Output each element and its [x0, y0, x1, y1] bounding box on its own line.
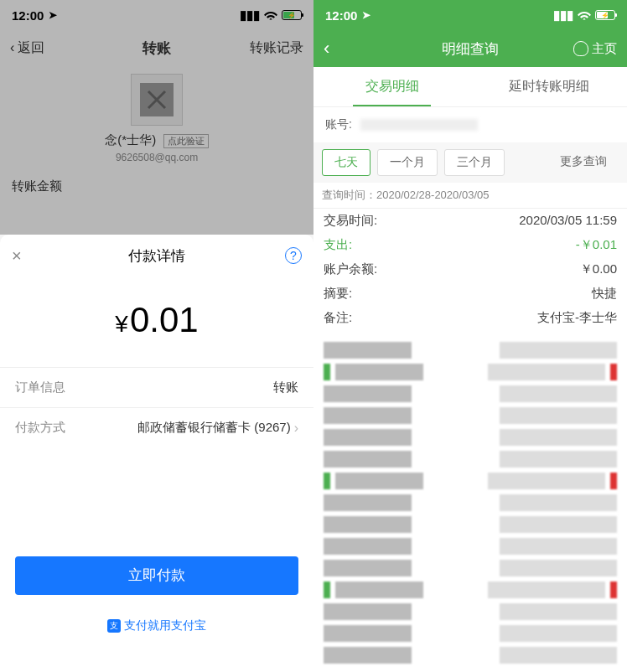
- status-time: 12:00: [325, 8, 357, 23]
- redacted-transactions: [314, 330, 627, 672]
- status-icons: ▮▮▮ ⚡: [553, 8, 615, 23]
- range-seven-days[interactable]: 七天: [322, 149, 370, 176]
- verify-button[interactable]: 点此验证: [163, 134, 209, 148]
- transfer-nav: ‹ 返回 转账 转账记录: [0, 30, 314, 65]
- payment-amount: ¥0.01: [0, 277, 314, 367]
- range-more[interactable]: 更多查询: [548, 149, 619, 176]
- tab-delayed-transfer[interactable]: 延时转账明细: [470, 67, 627, 106]
- transfer-records-link[interactable]: 转账记录: [250, 39, 303, 57]
- payment-sheet: × 付款详情 ? ¥0.01 订单信息 转账 付款方式 邮政储蓄银行储蓄卡 (9…: [0, 235, 314, 672]
- page-title: 明细查询: [442, 39, 499, 59]
- query-time-label: 查询时间：: [322, 189, 376, 201]
- headset-icon: [573, 41, 588, 56]
- signal-icon: ▮▮▮: [240, 8, 260, 23]
- order-info-label: 订单信息: [15, 380, 65, 395]
- recipient-profile: 念(*士华) 点此验证 9626508@qq.com: [0, 65, 314, 170]
- back-label: 返回: [18, 39, 44, 57]
- page-title: 转账: [142, 39, 171, 58]
- transaction-detail-block: 交易时间:2020/03/05 11:59 支出:-￥0.01 账户余额:￥0.…: [314, 209, 627, 330]
- status-time: 12:00: [12, 8, 44, 23]
- balance-value: ￥0.00: [580, 261, 617, 277]
- order-info-row: 订单信息 转账: [0, 367, 314, 407]
- sheet-title: 付款详情: [128, 246, 185, 266]
- tabs: 交易明细 延时转账明细: [314, 67, 627, 107]
- balance-label: 账户余额:: [324, 261, 377, 277]
- expense-value: -￥0.01: [576, 237, 617, 253]
- alipay-logo-icon: 支: [107, 619, 121, 633]
- alipay-promo-link[interactable]: 支 支付就用支付宝: [0, 618, 314, 633]
- payment-method-value: 邮政储蓄银行储蓄卡 (9267): [137, 420, 291, 436]
- back-button[interactable]: ‹ 返回: [10, 39, 44, 57]
- battery-icon: ⚡: [282, 10, 302, 20]
- status-bar: 12:00 ➤ ▮▮▮ ⚡: [0, 0, 314, 30]
- amount-label: 转账金额: [0, 170, 314, 199]
- date-range-bar: 七天 一个月 三个月 更多查询: [314, 142, 627, 183]
- status-bar: 12:00 ➤ ▮▮▮ ⚡: [314, 0, 627, 30]
- query-time-row: 查询时间：2020/02/28-2020/03/05: [314, 183, 627, 209]
- chevron-right-icon: ›: [294, 421, 298, 436]
- recipient-name: 念(*士华): [105, 132, 156, 148]
- home-label: 主页: [592, 41, 617, 57]
- alipay-promo-label: 支付就用支付宝: [124, 618, 206, 633]
- home-button[interactable]: 主页: [573, 41, 617, 57]
- pay-now-button[interactable]: 立即付款: [15, 556, 298, 595]
- account-number-redacted: [360, 119, 478, 131]
- tx-time-value: 2020/03/05 11:59: [519, 213, 617, 229]
- summary-label: 摘要:: [324, 286, 352, 302]
- range-three-months[interactable]: 三个月: [444, 149, 505, 176]
- avatar[interactable]: [131, 74, 183, 126]
- back-button[interactable]: ‹: [324, 38, 329, 59]
- tab-transaction-detail[interactable]: 交易明细: [314, 67, 470, 106]
- chevron-left-icon: ‹: [10, 40, 14, 55]
- remark-value: 支付宝-李士华: [537, 310, 617, 326]
- amount-value: 0.01: [130, 300, 199, 339]
- wifi-icon: [264, 8, 277, 23]
- currency-symbol: ¥: [115, 311, 128, 337]
- tx-time-label: 交易时间:: [324, 213, 377, 229]
- payment-method-row[interactable]: 付款方式 邮政储蓄银行储蓄卡 (9267) ›: [0, 407, 314, 447]
- summary-value: 快捷: [592, 286, 617, 302]
- status-icons: ▮▮▮ ⚡: [240, 8, 302, 23]
- battery-icon: ⚡: [595, 10, 615, 20]
- query-time-value: 2020/02/28-2020/03/05: [376, 189, 489, 201]
- location-icon: ➤: [362, 9, 370, 21]
- remark-label: 备注:: [324, 310, 352, 326]
- signal-icon: ▮▮▮: [553, 8, 573, 23]
- close-icon[interactable]: ×: [12, 246, 22, 266]
- wifi-icon: [578, 8, 591, 23]
- order-info-value: 转账: [273, 380, 298, 395]
- location-icon: ➤: [49, 9, 57, 21]
- recipient-email: 9626508@qq.com: [0, 152, 314, 163]
- account-label: 账号:: [325, 117, 352, 132]
- range-one-month[interactable]: 一个月: [377, 149, 438, 176]
- detail-query-nav: ‹ 明细查询 主页: [314, 30, 627, 67]
- help-icon[interactable]: ?: [285, 247, 302, 264]
- expense-label: 支出:: [324, 237, 352, 253]
- account-row: 账号:: [314, 107, 627, 142]
- payment-method-label: 付款方式: [15, 420, 65, 436]
